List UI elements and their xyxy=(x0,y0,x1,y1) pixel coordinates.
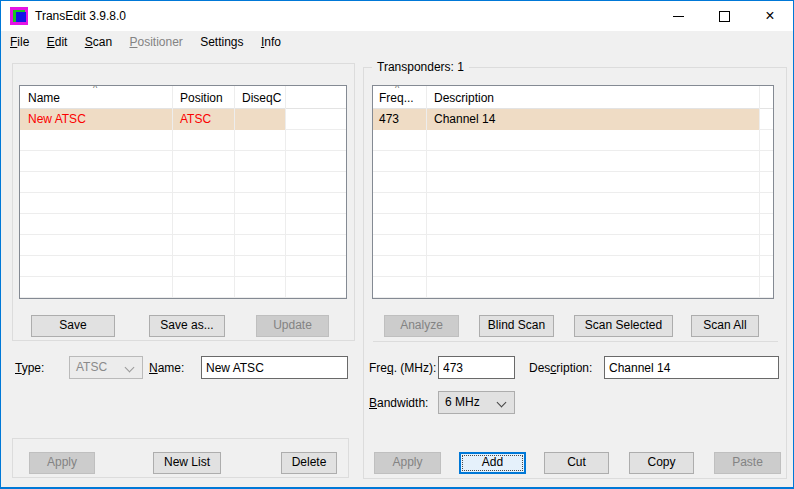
minimize-icon xyxy=(673,16,684,17)
empty-row xyxy=(20,193,346,214)
column-header-description[interactable]: Description xyxy=(426,86,759,110)
type-combobox: ATSC xyxy=(69,356,143,379)
save-as-button[interactable]: Save as... xyxy=(149,315,225,337)
empty-row xyxy=(20,235,346,256)
add-button[interactable]: Add xyxy=(459,452,526,474)
empty-row xyxy=(373,151,773,172)
scan-all-button[interactable]: Scan All xyxy=(691,315,759,337)
transedit-window: TransEdit 3.9.8.0 × File Edit Scan Posit… xyxy=(0,0,794,489)
maximize-icon xyxy=(719,11,730,22)
name-label: Name: xyxy=(149,357,184,379)
name-input[interactable] xyxy=(201,356,348,379)
bandwidth-combobox[interactable]: 6 MHz xyxy=(438,391,515,414)
grid-line xyxy=(759,86,760,298)
scan-selected-button[interactable]: Scan Selected xyxy=(574,315,673,337)
menu-settings[interactable]: Settings xyxy=(193,31,250,53)
empty-row xyxy=(373,277,773,298)
separator-line xyxy=(373,341,778,342)
cut-button[interactable]: Cut xyxy=(544,452,609,474)
empty-row xyxy=(373,214,773,235)
grid-line xyxy=(426,86,427,298)
menu-positioner: Positioner xyxy=(122,31,189,53)
sort-ascending-icon: ^ xyxy=(93,85,97,93)
menu-scan[interactable]: Scan xyxy=(78,31,119,53)
cell-position: ATSC xyxy=(172,109,234,129)
empty-row xyxy=(20,277,346,298)
type-label: Type: xyxy=(15,357,44,379)
cell-name: New ATSC xyxy=(20,109,172,129)
table-row-selected[interactable]: 473 Channel 14 xyxy=(373,109,773,130)
grid-line xyxy=(172,86,173,298)
analyze-button: Analyze xyxy=(384,315,459,337)
menu-edit[interactable]: Edit xyxy=(40,31,75,53)
chevron-down-icon xyxy=(497,398,507,408)
close-button[interactable]: × xyxy=(747,1,793,31)
bandwidth-label: Bandwidth: xyxy=(369,392,428,414)
list-header: Name Position DiseqC ^ xyxy=(20,86,346,109)
column-header-diseqc[interactable]: DiseqC xyxy=(234,86,285,110)
sort-ascending-icon: ^ xyxy=(395,85,399,93)
menu-bar: File Edit Scan Positioner Settings Info xyxy=(1,31,793,54)
empty-row xyxy=(373,130,773,151)
save-button[interactable]: Save xyxy=(31,315,115,337)
focus-rectangle xyxy=(462,455,523,471)
paste-button: Paste xyxy=(714,452,781,474)
bandwidth-value: 6 MHz xyxy=(445,395,480,409)
freq-input[interactable] xyxy=(438,356,515,379)
grid-line xyxy=(234,86,235,298)
description-input[interactable] xyxy=(604,356,779,379)
transponder-list-table[interactable]: Name Position DiseqC ^ New ATSC ATSC xyxy=(19,85,347,299)
title-bar: TransEdit 3.9.8.0 × xyxy=(1,1,793,31)
chevron-down-icon xyxy=(125,363,135,373)
cell-freq: 473 xyxy=(373,109,426,129)
maximize-button[interactable] xyxy=(701,1,747,31)
column-header-position[interactable]: Position xyxy=(172,86,234,110)
grid-line xyxy=(285,86,286,298)
blind-scan-button[interactable]: Blind Scan xyxy=(479,315,554,337)
list-header: Freq... Description ^ xyxy=(373,86,773,109)
empty-row xyxy=(373,256,773,277)
type-value: ATSC xyxy=(76,360,107,374)
update-button: Update xyxy=(256,315,329,337)
transponders-group-title: Transponders: 1 xyxy=(372,59,469,75)
menu-file[interactable]: File xyxy=(3,31,36,53)
menu-info[interactable]: Info xyxy=(254,31,288,53)
cell-description: Channel 14 xyxy=(426,109,759,129)
empty-row xyxy=(20,256,346,277)
apply-list-button: Apply xyxy=(29,452,95,474)
table-row-selected[interactable]: New ATSC ATSC xyxy=(20,109,346,130)
apply-transponder-button: Apply xyxy=(374,452,441,474)
empty-row xyxy=(20,130,346,151)
empty-row xyxy=(373,235,773,256)
minimize-button[interactable] xyxy=(655,1,701,31)
description-label: Description: xyxy=(529,357,592,379)
delete-button[interactable]: Delete xyxy=(281,452,337,474)
empty-row xyxy=(20,214,346,235)
column-header-freq[interactable]: Freq... xyxy=(373,86,426,110)
empty-row xyxy=(373,172,773,193)
new-list-button[interactable]: New List xyxy=(153,452,221,474)
freq-label: Freq. (MHz): xyxy=(369,357,436,379)
app-icon xyxy=(10,7,28,25)
frequency-list-table[interactable]: Freq... Description ^ 473 Channel 14 xyxy=(372,85,774,299)
empty-row xyxy=(373,193,773,214)
empty-row xyxy=(20,172,346,193)
copy-button[interactable]: Copy xyxy=(629,452,694,474)
empty-row xyxy=(20,151,346,172)
window-title: TransEdit 3.9.8.0 xyxy=(35,1,126,31)
